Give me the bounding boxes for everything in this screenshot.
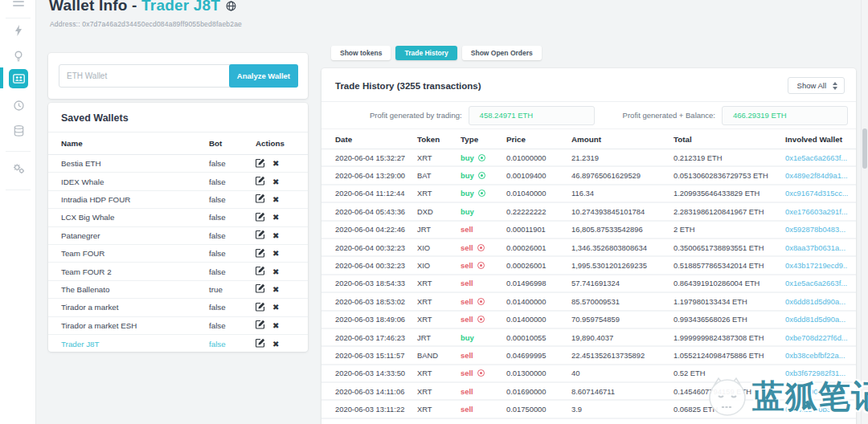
trade-token: XRT xyxy=(417,189,461,198)
sidebar-item-data[interactable] xyxy=(9,121,28,141)
sidebar-item-settings[interactable] xyxy=(9,159,28,178)
involved-wallet-link[interactable]: 0x1e5ac6a2663f... xyxy=(785,153,848,162)
involved-wallet-link[interactable]: 0x43b17219ecd9... xyxy=(785,261,848,270)
trade-row: 2020-06-04 00:32:23 XIO sell 0.00026001 … xyxy=(321,239,856,257)
edit-icon[interactable] xyxy=(256,194,265,205)
saved-wallet-name[interactable]: Bestia ETH xyxy=(61,159,209,168)
trade-token: XIO xyxy=(417,243,461,252)
delete-icon[interactable]: ✖ xyxy=(272,249,279,258)
tab-show-open-orders[interactable]: Show Open Orders xyxy=(462,46,542,60)
eth-wallet-input[interactable] xyxy=(59,64,245,88)
wallet-name: Trader J8T xyxy=(141,0,220,14)
trade-price: 0.01000000 xyxy=(506,153,571,162)
tab-trade-history[interactable]: Trade History xyxy=(395,46,457,60)
edit-icon[interactable] xyxy=(256,158,265,169)
trade-price: 0.00010055 xyxy=(506,333,571,342)
edit-icon[interactable] xyxy=(256,302,265,313)
trade-date: 2020-06-03 13:11:22 xyxy=(335,405,417,414)
involved-wallet-link[interactable]: 0x489e2f84d9a1... xyxy=(785,171,848,180)
trade-token: XRT xyxy=(417,279,461,287)
edit-icon[interactable] xyxy=(256,176,265,187)
involved-wallet-link[interactable]: 0xbe708d227f6d... xyxy=(785,333,848,342)
trade-row: 2020-06-03 15:11:57 BAND sell 0.04699995… xyxy=(321,347,856,365)
trade-date: 2020-06-03 17:46:23 xyxy=(335,333,417,342)
scrollbar[interactable] xyxy=(861,0,868,424)
active-indicator xyxy=(0,67,3,88)
trade-type: sell xyxy=(461,261,506,270)
trade-total: 1.197980133434 ETH xyxy=(674,297,785,306)
trade-row: 2020-06-04 05:43:36 DXD buy 0.22222222 1… xyxy=(321,203,856,221)
involved-wallet-link[interactable]: 0xe5f2efb0b3a... xyxy=(785,405,848,414)
involved-wallet-link[interactable]: 0xe176603a291f... xyxy=(785,207,848,216)
trade-token: DXD xyxy=(417,207,461,216)
trade-date: 2020-06-04 04:22:46 xyxy=(335,225,417,234)
trade-total: 0.3500651738893551 ETH xyxy=(674,243,785,252)
trade-type-icon xyxy=(477,298,485,305)
saved-wallet-name[interactable]: The Ballenato xyxy=(61,285,209,294)
delete-icon[interactable]: ✖ xyxy=(272,195,279,204)
involved-wallet-link[interactable]: 0xb38cebfbf22a... xyxy=(785,351,848,360)
involved-wallet-link[interactable]: 0xc91674d315cc... xyxy=(785,189,848,198)
involved-wallet-link[interactable]: 0x592878b0483... xyxy=(785,225,848,234)
trade-history-card: Trade History (3255 transactions) Show A… xyxy=(321,68,856,424)
saved-wallet-name[interactable]: Tirador a market xyxy=(61,303,209,312)
trade-date: 2020-06-03 18:53:02 xyxy=(335,297,417,306)
involved-wallet-link[interactable]: 0x6dd81d5d90a... xyxy=(785,297,848,306)
edit-icon[interactable] xyxy=(256,266,265,277)
delete-icon[interactable]: ✖ xyxy=(272,213,279,222)
trade-row: 2020-06-04 11:12:44 XRT buy 0.01040000 1… xyxy=(321,186,856,203)
delete-icon[interactable]: ✖ xyxy=(272,159,279,168)
involved-wallet-link[interactable]: 0x00ca9022e61... xyxy=(785,387,848,396)
saved-wallets-header: Name Bot Actions xyxy=(48,132,308,155)
involved-wallet-link[interactable]: 0x6dd81d5d90a... xyxy=(785,315,848,324)
saved-wallet-name[interactable]: Team FOUR 2 xyxy=(61,267,209,276)
sidebar-item-wallets[interactable] xyxy=(9,69,28,88)
delete-icon[interactable]: ✖ xyxy=(272,267,279,276)
saved-wallet-row: Tirador a market false ✖ xyxy=(48,299,308,316)
edit-icon[interactable] xyxy=(256,230,265,241)
saved-wallet-bot: false xyxy=(209,321,256,330)
delete-icon[interactable]: ✖ xyxy=(272,231,279,240)
sidebar-item-history[interactable] xyxy=(9,96,28,115)
trade-type-icon xyxy=(477,244,485,251)
involved-wallet-link[interactable]: 0x8aa37b0631a... xyxy=(785,243,848,252)
trade-price: 0.01690000 xyxy=(506,387,571,396)
saved-wallet-name[interactable]: Intradia HDP FOUR xyxy=(61,195,209,204)
tab-show-tokens[interactable]: Show tokens xyxy=(331,46,391,60)
saved-wallet-name[interactable]: Team FOUR xyxy=(61,249,209,258)
involved-wallet-link[interactable]: 0xb3f672982f31... xyxy=(785,369,848,377)
trade-price: 0.01400000 xyxy=(506,297,571,306)
edit-icon[interactable] xyxy=(256,212,265,223)
trade-date: 2020-06-04 00:32:23 xyxy=(335,261,417,270)
profit-balance-value: 466.29319 ETH xyxy=(722,106,848,125)
trade-price: 0.01040000 xyxy=(506,189,571,198)
delete-icon[interactable]: ✖ xyxy=(272,285,279,294)
analyze-wallet-card: Analyze Wallet xyxy=(48,53,308,99)
scrollbar-thumb[interactable] xyxy=(862,128,867,169)
saved-wallet-name[interactable]: Tirador a market ESH xyxy=(61,321,209,330)
sidebar-item-activity[interactable] xyxy=(9,21,28,40)
col-type: Type xyxy=(461,135,506,144)
page-title: Wallet Info - Trader J8T xyxy=(49,0,236,15)
delete-icon[interactable]: ✖ xyxy=(272,321,279,330)
saved-wallet-name[interactable]: IDEX Whale xyxy=(61,177,209,186)
saved-wallet-bot: false xyxy=(209,340,256,349)
trade-total: 0.864391910286004 ETH xyxy=(674,279,785,287)
saved-wallet-name[interactable]: Trader J8T xyxy=(61,340,209,349)
edit-icon[interactable] xyxy=(256,338,265,349)
delete-icon[interactable]: ✖ xyxy=(272,340,279,349)
edit-icon[interactable] xyxy=(256,320,265,331)
edit-icon[interactable] xyxy=(256,283,265,295)
delete-icon[interactable]: ✖ xyxy=(272,177,279,186)
edit-icon[interactable] xyxy=(256,248,265,259)
sidebar-item-insights[interactable] xyxy=(9,47,28,66)
saved-wallet-name[interactable]: LCX Big Whale xyxy=(61,213,209,222)
delete-icon[interactable]: ✖ xyxy=(272,303,279,312)
wallet-address: Address:: 0x7d7a46a2d34450ecd084a89ff905… xyxy=(50,20,242,28)
involved-wallet-link[interactable]: 0x1e5ac6a2663f... xyxy=(785,279,848,287)
menu-icon[interactable] xyxy=(13,0,24,9)
show-all-select[interactable]: Show All xyxy=(788,77,845,94)
saved-wallet-name[interactable]: Patanegrer xyxy=(61,231,209,240)
analyze-wallet-button[interactable]: Analyze Wallet xyxy=(229,64,298,88)
trade-price: 0.01750000 xyxy=(506,405,571,414)
